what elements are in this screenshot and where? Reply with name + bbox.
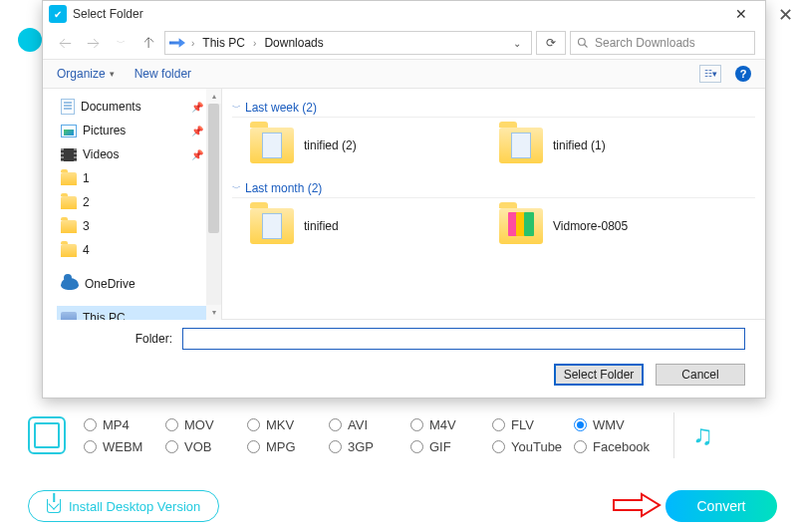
format-label: MOV (184, 417, 214, 432)
help-icon[interactable]: ? (735, 66, 751, 82)
folder-icon (61, 172, 77, 185)
install-label: Install Desktop Version (69, 499, 200, 514)
chevron-down-icon: ﹀ (232, 102, 241, 115)
radio-icon (84, 418, 97, 431)
install-desktop-button[interactable]: Install Desktop Version (28, 490, 219, 522)
folder-item-label: Vidmore-0805 (553, 219, 628, 233)
radio-icon (410, 440, 423, 453)
folder-item-label: tinified (304, 219, 339, 233)
folder-item[interactable]: tinified (1) (499, 128, 698, 163)
music-note-icon[interactable]: ♫ (692, 419, 713, 451)
select-folder-button[interactable]: Select Folder (554, 364, 644, 386)
format-radio-mov[interactable]: MOV (165, 417, 247, 432)
tree-item[interactable]: Documents📌 (57, 95, 221, 119)
format-radio-gif[interactable]: GIF (410, 439, 492, 454)
folder-item[interactable]: tinified (2) (250, 128, 449, 163)
parent-close-icon[interactable]: ✕ (778, 4, 793, 26)
chevron-down-icon: ▾ (110, 69, 115, 79)
format-radio-mpg[interactable]: MPG (247, 439, 329, 454)
output-format-panel: MP4MOVMKVAVIM4VFLVWMVWEBMVOBMPG3GPGIFYou… (28, 412, 777, 458)
folder-item-label: tinified (2) (304, 138, 357, 152)
radio-icon (574, 418, 587, 431)
radio-icon (165, 418, 178, 431)
view-options-button[interactable]: ☷▾ (699, 65, 721, 83)
organize-menu[interactable]: Organize▾ (57, 67, 115, 81)
folder-icon (250, 128, 294, 163)
back-button[interactable]: 🡠 (53, 31, 77, 55)
format-radio-facebook[interactable]: Facebook (574, 439, 656, 454)
pic-icon (61, 125, 77, 137)
vid-icon (61, 148, 77, 161)
drive-icon (61, 312, 77, 320)
tree-item[interactable]: Videos📌 (57, 142, 221, 166)
tree-item-label: 4 (83, 243, 90, 257)
breadcrumb-downloads[interactable]: Downloads (262, 36, 325, 50)
svg-line-1 (585, 45, 588, 48)
cancel-button[interactable]: Cancel (656, 364, 745, 386)
dialog-toolbar: Organize▾ New folder ☷▾ ? (43, 59, 765, 89)
navigation-row: 🡠 🡢 ﹀ 🡡 › This PC › Downloads ⌄ ⟳ Search… (43, 27, 765, 59)
format-radio-flv[interactable]: FLV (492, 417, 574, 432)
tree-item[interactable]: 2 (57, 190, 221, 214)
format-radio-avi[interactable]: AVI (329, 417, 410, 432)
scrollbar-thumb[interactable] (208, 104, 219, 233)
radio-icon (165, 440, 178, 453)
format-label: Facebook (593, 439, 650, 454)
sidebar-scrollbar[interactable]: ▴ ▾ (206, 89, 221, 320)
format-radio-wmv[interactable]: WMV (574, 417, 656, 432)
tree-item-label: This PC (83, 311, 126, 320)
format-radio-vob[interactable]: VOB (165, 439, 247, 454)
dialog-button-row: Select Folder Cancel (43, 358, 765, 398)
group-header[interactable]: ﹀Last month (2) (232, 181, 755, 198)
pin-icon: 📌 (191, 149, 203, 160)
folder-item-label: tinified (1) (553, 138, 606, 152)
tree-item[interactable]: Pictures📌 (57, 119, 221, 142)
format-radio-youtube[interactable]: YouTube (492, 439, 574, 454)
new-folder-button[interactable]: New folder (134, 67, 191, 81)
format-label: FLV (511, 417, 534, 432)
folder-name-input[interactable] (182, 328, 745, 350)
folder-icon (61, 196, 77, 209)
address-history-dropdown[interactable]: ⌄ (507, 38, 527, 49)
tree-item-label: Videos (83, 147, 119, 161)
format-radio-m4v[interactable]: M4V (410, 417, 492, 432)
forward-button: 🡢 (81, 31, 105, 55)
radio-icon (410, 418, 423, 431)
chevron-down-icon: ﹀ (232, 182, 241, 195)
folder-contents: ﹀Last week (2)tinified (2)tinified (1)﹀L… (222, 89, 765, 320)
dialog-titlebar: ✔ Select Folder ✕ (43, 1, 765, 27)
folder-item[interactable]: tinified (250, 208, 449, 244)
up-button[interactable]: 🡡 (136, 31, 160, 55)
format-radio-mp4[interactable]: MP4 (84, 417, 165, 432)
search-placeholder: Search Downloads (595, 36, 695, 50)
format-label: GIF (429, 439, 451, 454)
tree-item[interactable]: This PC (57, 306, 221, 320)
folder-item[interactable]: Vidmore-0805 (499, 208, 698, 244)
tree-item[interactable]: OneDrive (57, 272, 221, 296)
group-header[interactable]: ﹀Last week (2) (232, 101, 755, 118)
chevron-right-icon: › (251, 38, 258, 49)
search-input[interactable]: Search Downloads (570, 31, 755, 55)
scroll-down-icon[interactable]: ▾ (206, 305, 221, 320)
format-label: MP4 (103, 417, 130, 432)
format-label: AVI (348, 417, 368, 432)
folder-icon (61, 220, 77, 233)
convert-button[interactable]: Convert (665, 490, 777, 522)
scroll-up-icon[interactable]: ▴ (206, 89, 221, 104)
breadcrumb-this-pc[interactable]: This PC (200, 36, 247, 50)
pin-icon: 📌 (191, 126, 203, 136)
recent-dropdown[interactable]: ﹀ (109, 31, 133, 55)
tree-item-label: OneDrive (85, 277, 135, 291)
close-button[interactable]: ✕ (721, 1, 761, 27)
annotation-arrow (612, 492, 662, 518)
refresh-button[interactable]: ⟳ (536, 31, 566, 55)
tree-item[interactable]: 1 (57, 166, 221, 190)
format-radio-3gp[interactable]: 3GP (329, 439, 410, 454)
tree-item[interactable]: 4 (57, 238, 221, 262)
doc-icon (61, 99, 75, 115)
address-bar[interactable]: › This PC › Downloads ⌄ (164, 31, 532, 55)
format-radio-mkv[interactable]: MKV (247, 417, 329, 432)
format-radio-webm[interactable]: WEBM (84, 439, 165, 454)
select-folder-dialog: ✔ Select Folder ✕ 🡠 🡢 ﹀ 🡡 › This PC › Do… (42, 0, 766, 399)
tree-item[interactable]: 3 (57, 214, 221, 238)
